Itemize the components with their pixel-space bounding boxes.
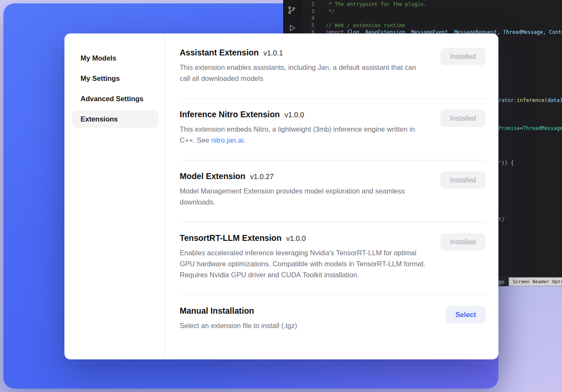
code-text: )) {	[501, 160, 514, 166]
manual-installation-row: Manual Installation Select an extension …	[180, 295, 486, 331]
settings-sidebar: My Models My Settings Advanced Settings …	[64, 33, 165, 359]
code-fragment: ")) {	[498, 160, 514, 166]
extension-description: Model Management Extension provides mode…	[180, 185, 428, 207]
sidebar-item-my-models[interactable]: My Models	[72, 50, 159, 67]
extension-info: Manual Installation Select an extension …	[180, 306, 297, 331]
code-text: data	[548, 97, 560, 103]
extension-title: TensortRT-LLM Extension	[180, 233, 281, 243]
manual-installation-title: Manual Installation	[180, 306, 254, 316]
code-line: 5 // Web / extension runtime	[307, 22, 562, 29]
code-text: t}`	[498, 216, 508, 222]
extension-description: This extension enables assistants, inclu…	[180, 62, 428, 84]
extension-description: Enables accelerated inference leveraging…	[180, 247, 428, 280]
extension-row-nitro: Inference Nitro Extension v1.0.0 This ex…	[180, 99, 486, 160]
extension-header: Inference Nitro Extension v1.0.0	[180, 110, 428, 119]
extension-title: Assistant Extension	[180, 48, 259, 58]
code-line: 2 * The entrypoint for the plugin.	[307, 1, 562, 8]
code-text: (	[544, 97, 547, 103]
sidebar-item-extensions[interactable]: Extensions	[72, 110, 159, 128]
code-text: Promise	[498, 125, 520, 131]
extension-description: This extension embeds Nitro, a lightweig…	[180, 124, 428, 146]
extension-info: Model Extension v1.0.27 Model Management…	[180, 171, 428, 207]
extension-title: Model Extension	[180, 171, 245, 181]
code-text: <	[520, 125, 523, 131]
extension-version: v1.0.0	[286, 235, 306, 243]
code-line: 4	[307, 15, 562, 22]
sidebar-item-advanced-settings[interactable]: Advanced Settings	[72, 90, 159, 108]
source-control-icon[interactable]	[287, 6, 296, 17]
manual-installation-description: Select an extension file to install (.tg…	[180, 320, 297, 331]
extension-version: v1.0.27	[250, 173, 274, 181]
extension-info: Inference Nitro Extension v1.0.0 This ex…	[180, 110, 428, 146]
installed-button[interactable]: Installed	[440, 171, 486, 189]
code-text: */	[326, 8, 335, 15]
extension-row-model: Model Extension v1.0.27 Model Management…	[180, 160, 486, 222]
extension-header: Assistant Extension v1.0.1	[180, 48, 428, 58]
status-text: go	[498, 279, 504, 285]
screen-reader-status-chip[interactable]: Screen Reader Optimized	[509, 277, 562, 286]
code-text: // Web / extension runtime	[326, 22, 405, 29]
installed-button[interactable]: Installed	[440, 110, 486, 127]
line-number: 5	[307, 22, 314, 29]
code-text: ));	[560, 97, 562, 103]
extension-row-tensorrt: TensortRT-LLM Extension v1.0.0 Enables a…	[180, 222, 486, 295]
settings-modal: My Models My Settings Advanced Settings …	[64, 33, 498, 359]
code-text: * The entrypoint for the plugin.	[326, 1, 426, 8]
code-fragment: rator.inference(data));	[498, 97, 562, 103]
line-number: 4	[307, 15, 314, 22]
extension-title: Inference Nitro Extension	[180, 110, 280, 119]
extension-version: v1.0.1	[263, 49, 283, 58]
extension-row-assistant: Assistant Extension v1.0.1 This extensio…	[180, 40, 486, 99]
installed-button[interactable]: Installed	[440, 233, 486, 251]
line-number: 3	[307, 8, 314, 15]
select-file-button[interactable]: Select	[445, 306, 486, 323]
installed-button[interactable]: Installed	[440, 48, 486, 65]
code-text: rator.	[498, 97, 517, 103]
code-text: ThreadMessage	[523, 125, 562, 131]
description-text: .	[243, 136, 245, 144]
sidebar-item-my-settings[interactable]: My Settings	[72, 70, 159, 87]
extension-header: Model Extension v1.0.27	[180, 171, 428, 181]
line-number: 2	[307, 1, 314, 8]
nitro-jan-ai-link[interactable]: nitro.jan.ai	[211, 136, 243, 144]
extension-header: TensortRT-LLM Extension v1.0.0	[180, 233, 428, 243]
code-fragment: Promise<ThreadMessage>	[498, 125, 562, 131]
code-area: 2 * The entrypoint for the plugin. 3 */ …	[307, 1, 562, 36]
extension-version: v1.0.0	[284, 111, 304, 119]
code-text: inference	[517, 97, 544, 103]
extensions-panel: Assistant Extension v1.0.1 This extensio…	[165, 33, 498, 359]
extension-header: Manual Installation	[180, 306, 297, 316]
extension-info: Assistant Extension v1.0.1 This extensio…	[180, 48, 428, 84]
extension-info: TensortRT-LLM Extension v1.0.0 Enables a…	[180, 233, 428, 280]
run-debug-icon[interactable]	[288, 24, 296, 34]
sidebar-nav: My Models My Settings Advanced Settings …	[64, 50, 165, 128]
code-fragment: t}`	[498, 216, 508, 222]
code-line: 3 */	[307, 8, 562, 15]
